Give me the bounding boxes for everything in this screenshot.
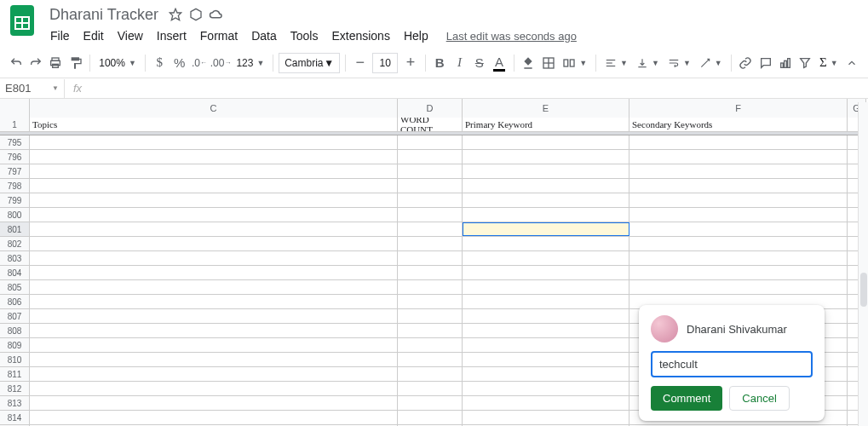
row-header[interactable]: 800	[0, 208, 30, 222]
cell[interactable]	[398, 222, 463, 236]
cell[interactable]	[30, 193, 398, 207]
cell-E1[interactable]: Primary Keyword	[463, 118, 629, 131]
percent-button[interactable]: %	[170, 52, 188, 74]
cell-D1[interactable]: WORD COUNT	[398, 118, 463, 131]
decrease-decimal-button[interactable]: .0←	[190, 52, 208, 74]
cell[interactable]	[463, 208, 629, 222]
comment-input[interactable]	[651, 351, 813, 377]
redo-button[interactable]	[26, 52, 44, 74]
menu-data[interactable]: Data	[245, 26, 283, 46]
cell[interactable]	[463, 222, 629, 236]
cell[interactable]	[398, 135, 463, 149]
bold-button[interactable]: B	[430, 52, 448, 74]
cell[interactable]	[30, 222, 398, 236]
cell[interactable]	[629, 266, 848, 279]
cell[interactable]	[629, 135, 848, 149]
row-header[interactable]: 796	[0, 150, 30, 164]
valign-dropdown[interactable]: ▼	[633, 53, 663, 73]
cell[interactable]	[30, 237, 398, 250]
menu-view[interactable]: View	[112, 26, 149, 46]
cell[interactable]	[629, 164, 848, 178]
cell-C1[interactable]: Topics	[30, 118, 398, 131]
cell[interactable]	[629, 208, 848, 222]
italic-button[interactable]: I	[451, 52, 468, 74]
row-header[interactable]: 805	[0, 280, 30, 294]
rotate-dropdown[interactable]: ▼	[696, 53, 726, 73]
cell[interactable]	[398, 150, 463, 164]
star-icon[interactable]	[167, 6, 184, 23]
comment-button[interactable]	[756, 52, 774, 74]
cell[interactable]	[30, 295, 398, 308]
row-header[interactable]: 807	[0, 309, 30, 323]
move-icon[interactable]	[187, 6, 204, 23]
merge-dropdown[interactable]: ▼	[559, 53, 590, 73]
cell[interactable]	[398, 179, 463, 193]
cell[interactable]	[30, 266, 398, 279]
increase-decimal-button[interactable]: .00→	[210, 52, 232, 74]
chart-button[interactable]	[776, 52, 794, 74]
cell[interactable]	[30, 135, 398, 149]
cell[interactable]	[463, 164, 629, 178]
row-header[interactable]: 798	[0, 179, 30, 193]
cloud-status-icon[interactable]	[208, 6, 225, 23]
borders-button[interactable]	[539, 52, 557, 74]
cell[interactable]	[398, 295, 463, 308]
cell[interactable]	[463, 324, 629, 337]
text-color-button[interactable]: A	[490, 52, 508, 74]
number-format-dropdown[interactable]: 123▼	[233, 53, 267, 73]
cell[interactable]	[30, 382, 398, 395]
cell[interactable]	[398, 309, 463, 323]
menu-insert[interactable]: Insert	[151, 26, 193, 46]
cell[interactable]	[463, 150, 629, 164]
cell[interactable]	[398, 338, 463, 352]
cell[interactable]	[629, 237, 848, 250]
menu-file[interactable]: File	[44, 26, 76, 46]
cell[interactable]	[463, 338, 629, 352]
menu-tools[interactable]: Tools	[285, 26, 325, 46]
menu-format[interactable]: Format	[194, 26, 244, 46]
wrap-dropdown[interactable]: ▼	[664, 53, 694, 73]
zoom-dropdown[interactable]: 100%▼	[95, 53, 140, 73]
filter-button[interactable]	[796, 52, 814, 74]
print-button[interactable]	[47, 52, 65, 74]
comment-cancel-button[interactable]: Cancel	[729, 386, 789, 411]
sheets-logo[interactable]	[7, 5, 37, 36]
row-header[interactable]: 809	[0, 338, 30, 352]
cell[interactable]	[398, 237, 463, 250]
menu-extensions[interactable]: Extensions	[325, 26, 395, 46]
formula-input[interactable]	[90, 79, 868, 98]
cell[interactable]	[463, 367, 629, 381]
cell[interactable]	[463, 135, 629, 149]
cell[interactable]	[398, 266, 463, 279]
row-header[interactable]: 806	[0, 295, 30, 308]
cell[interactable]	[629, 222, 848, 236]
cell[interactable]	[629, 150, 848, 164]
cell[interactable]	[30, 150, 398, 164]
cell[interactable]	[398, 324, 463, 337]
cell[interactable]	[398, 164, 463, 178]
cell[interactable]	[463, 295, 629, 308]
menu-help[interactable]: Help	[398, 26, 434, 46]
row-header[interactable]: 795	[0, 135, 30, 149]
cell[interactable]	[463, 251, 629, 265]
cell[interactable]	[463, 353, 629, 366]
cell[interactable]	[463, 193, 629, 207]
row-header-1[interactable]: 1	[0, 118, 30, 131]
font-size-decrease[interactable]: −	[351, 52, 369, 74]
cell[interactable]	[398, 251, 463, 265]
font-size-increase[interactable]: +	[401, 52, 419, 74]
cell[interactable]	[398, 382, 463, 395]
cell[interactable]	[30, 353, 398, 366]
comment-submit-button[interactable]: Comment	[651, 386, 722, 411]
row-header[interactable]: 801	[0, 222, 30, 236]
cell[interactable]	[463, 411, 629, 424]
cell[interactable]	[30, 309, 398, 323]
cell[interactable]	[463, 309, 629, 323]
col-header-D[interactable]: D	[398, 99, 463, 118]
cell[interactable]	[30, 179, 398, 193]
fill-color-button[interactable]	[520, 52, 537, 74]
row-header[interactable]: 814	[0, 411, 30, 424]
cell[interactable]	[629, 280, 848, 294]
row-header[interactable]: 802	[0, 237, 30, 250]
collapse-toolbar-button[interactable]	[843, 52, 861, 74]
